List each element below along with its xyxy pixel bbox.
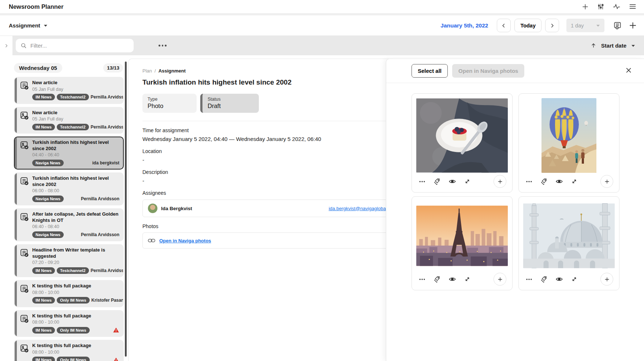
close-panel-icon[interactable]: [623, 65, 634, 77]
photo-card: [518, 196, 619, 290]
sort-field-dropdown[interactable]: Start date: [601, 42, 626, 49]
preview-eye-icon[interactable]: [448, 178, 456, 185]
more-options-icon[interactable]: [525, 178, 533, 185]
day-header: Wednesday 05: [14, 63, 62, 73]
assignee-name: Kristofer Pasanen: [92, 298, 124, 303]
chevron-down-icon: [596, 24, 600, 27]
channel-chip: IM News: [32, 94, 55, 100]
assignment-title: Headline from Writer template is suggest…: [32, 247, 119, 259]
assignment-card[interactable]: Turkish inflation hits highest level sin…: [14, 172, 124, 205]
chevron-down-icon[interactable]: [631, 44, 635, 47]
photo-check-icon: [20, 141, 29, 166]
expand-icon[interactable]: [571, 276, 578, 283]
breadcrumb-separator: /: [155, 68, 156, 74]
range-value: 1 day: [571, 23, 584, 29]
expand-icon[interactable]: [464, 276, 471, 283]
photo-check-icon: [20, 111, 29, 131]
article-check-icon: [20, 248, 29, 274]
search-icon: [21, 42, 27, 49]
day-header-row: Wednesday 05 13/13: [14, 63, 123, 73]
assignment-card[interactable]: K testing this full package 08:00 - 10:0…: [14, 340, 124, 361]
filter-sliders-icon[interactable]: [597, 3, 604, 10]
assignment-card[interactable]: New article 05 Jan Full day IM News Test…: [14, 107, 124, 134]
blueberry-cheesecake-photo[interactable]: [416, 98, 508, 173]
add-photo-button[interactable]: [600, 273, 613, 286]
channel-chip: IM News: [32, 357, 55, 361]
preview-eye-icon[interactable]: [555, 275, 563, 283]
channel-chip: IM News: [32, 297, 55, 304]
expand-icon[interactable]: [464, 178, 471, 185]
add-icon[interactable]: [581, 3, 589, 11]
add-photo-button[interactable]: [494, 175, 506, 188]
article-check-icon: [20, 314, 29, 334]
photos-link-row: Open in Naviga photos: [142, 232, 391, 249]
open-naviga-photos-link[interactable]: Open in Naviga photos: [159, 238, 211, 243]
channel-chip: Only IM News: [57, 297, 90, 304]
warning-icon: [113, 327, 119, 333]
list-scrollbar[interactable]: [125, 62, 127, 357]
assignment-time: 07:20 - 09:20: [32, 260, 119, 265]
breadcrumb-plan-link[interactable]: Plan: [142, 68, 152, 74]
add-event-icon[interactable]: [628, 21, 637, 30]
collapse-gutter: [0, 36, 12, 55]
filter-input[interactable]: [30, 42, 129, 49]
photo-actions: [416, 271, 508, 289]
channel-chip: Testchannel2: [57, 94, 89, 100]
agenda-export-icon[interactable]: [613, 21, 622, 30]
eiffel-tower-paris-photo[interactable]: [416, 201, 508, 271]
item-count-badge: 13/13: [103, 63, 123, 72]
assignment-card[interactable]: New article 05 Jan Full day IM News Test…: [14, 77, 124, 104]
naviga-photos-panel: Select all Open in Naviga photos: [386, 59, 644, 361]
channel-chip: Testchannel2: [57, 124, 89, 130]
previous-day-button[interactable]: [497, 19, 511, 32]
add-photo-button[interactable]: [494, 273, 506, 286]
assignment-time: 05 Jan Full day: [32, 87, 119, 92]
next-day-button[interactable]: [545, 19, 559, 32]
assignment-card[interactable]: Headline from Writer template is suggest…: [14, 244, 124, 277]
preview-eye-icon[interactable]: [555, 178, 563, 185]
hot-air-balloon-cappadocia-photo[interactable]: [523, 98, 615, 173]
assignee-email-link[interactable]: ida.bergkvist@navigagloba: [329, 206, 386, 211]
select-all-button[interactable]: Select all: [412, 64, 448, 78]
expand-icon[interactable]: [571, 178, 578, 185]
tags-icon[interactable]: [433, 276, 441, 283]
assignee-name: Pernilla Arvidsson: [81, 196, 119, 201]
nav-icon-group: [613, 21, 637, 30]
chevron-left-icon: [501, 23, 506, 28]
current-date-label[interactable]: January 5th, 2022: [440, 22, 488, 29]
tags-icon[interactable]: [433, 178, 441, 185]
today-button[interactable]: Today: [514, 19, 541, 32]
more-options-icon[interactable]: [418, 178, 426, 185]
open-in-naviga-photos-button[interactable]: Open in Naviga photos: [452, 64, 524, 78]
tags-icon[interactable]: [540, 276, 548, 283]
assignment-title: New article: [32, 110, 119, 116]
filter-search-box[interactable]: [16, 39, 134, 52]
sort-direction-arrow-icon[interactable]: [591, 42, 596, 49]
activity-icon[interactable]: [613, 3, 621, 11]
sort-group: Start date: [591, 42, 635, 49]
tags-icon[interactable]: [540, 178, 548, 185]
photo-card: [518, 93, 619, 193]
more-options-icon[interactable]: [156, 42, 169, 49]
assignment-card[interactable]: After late collapse, Jets defeat Golden …: [14, 208, 124, 241]
collapse-chevron-icon[interactable]: [4, 43, 8, 48]
photo-check-icon: [20, 344, 29, 361]
type-value: Photo: [148, 103, 191, 109]
preview-eye-icon[interactable]: [448, 275, 456, 283]
assignment-card-selected[interactable]: Turkish inflation hits highest level sin…: [14, 137, 124, 170]
assignment-card[interactable]: K testing this full package 08:00 - 10:0…: [14, 310, 124, 337]
menu-icon[interactable]: [629, 3, 637, 11]
more-options-icon[interactable]: [418, 276, 426, 283]
avatar: [148, 204, 157, 213]
assignment-card[interactable]: K testing this full package 08:00 - 10:0…: [14, 280, 124, 307]
view-type-label: Assignment: [9, 22, 40, 29]
photo-actions: [416, 173, 508, 191]
assignee-name: Pernilla Arvidsson: [91, 268, 124, 273]
more-options-icon[interactable]: [525, 276, 533, 283]
view-type-dropdown[interactable]: Assignment: [9, 22, 48, 29]
range-dropdown[interactable]: 1 day: [566, 19, 604, 32]
blue-mosque-istanbul-photo[interactable]: [523, 201, 615, 271]
photo-actions: [523, 271, 615, 289]
add-photo-button[interactable]: [600, 175, 613, 188]
top-bar: Newsroom Planner: [0, 0, 644, 15]
